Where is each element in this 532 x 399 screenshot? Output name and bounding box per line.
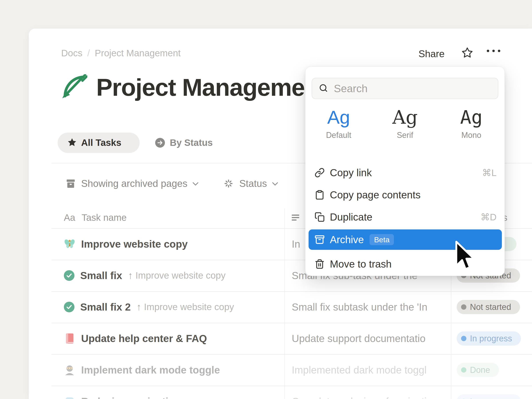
check-mark-emoji-icon xyxy=(64,270,75,281)
more-options-button[interactable] xyxy=(487,50,500,52)
search-input[interactable] xyxy=(333,82,491,95)
table-row[interactable]: Small fix 2 ↑Improve website copy Small … xyxy=(0,291,532,323)
menu-item-label: Copy page contents xyxy=(330,189,420,201)
share-button[interactable]: Share xyxy=(418,48,444,59)
menu-search[interactable] xyxy=(312,78,498,99)
red-book-emoji-icon xyxy=(64,333,75,344)
breadcrumb: Docs / Project Management xyxy=(61,48,181,58)
trash-icon xyxy=(314,259,325,269)
status-spinner-icon xyxy=(223,178,234,190)
task-description: Complete redesign of navigati xyxy=(292,386,447,399)
breadcrumb-current[interactable]: Project Management xyxy=(95,48,181,58)
menu-item-copy-page-contents[interactable]: Copy page contents xyxy=(305,184,505,206)
menu-item-label: Duplicate xyxy=(330,211,372,223)
status-badge[interactable]: In progress xyxy=(457,331,521,346)
table-row[interactable]: Update help center & FAQ Update support … xyxy=(0,323,532,354)
favorite-star-icon[interactable] xyxy=(462,47,473,59)
link-icon xyxy=(314,168,325,178)
font-label: Serif xyxy=(397,131,413,140)
breadcrumb-separator: / xyxy=(87,48,90,58)
page-title-row: Project Management xyxy=(61,73,327,101)
table-row[interactable]: Redesign navigation menu Complete redesi… xyxy=(0,386,532,399)
filter-bar: Showing archived pages Status xyxy=(66,177,278,190)
tab-label: All Tasks xyxy=(81,137,121,148)
font-option-default[interactable]: Ag Default xyxy=(305,108,372,140)
chevron-down-icon xyxy=(272,182,278,187)
task-description: Small fix subtask under the 'In xyxy=(292,291,447,323)
clipboard-icon xyxy=(314,190,325,200)
menu-item-copy-link[interactable]: Copy link ⌘L xyxy=(305,162,505,184)
task-name: Improve website copy xyxy=(81,238,188,250)
status-badge[interactable]: In progress xyxy=(457,394,521,399)
font-style-picker: Ag Default Ag Serif Ag Mono xyxy=(305,108,505,140)
tab-by-status[interactable]: By Status xyxy=(155,133,213,153)
task-name: Update help center & FAQ xyxy=(81,332,207,344)
blue-tile-emoji-icon xyxy=(64,396,75,399)
notion-app-window: Docs / Project Management Share Project … xyxy=(0,0,532,399)
archived-filter-label[interactable]: Showing archived pages xyxy=(81,178,187,189)
mouse-cursor xyxy=(454,241,476,273)
duplicate-icon xyxy=(314,212,325,222)
task-name: Small fix xyxy=(80,270,122,282)
bow-and-arrow-icon xyxy=(61,74,87,101)
archive-icon xyxy=(314,234,325,245)
chevron-down-icon xyxy=(193,182,198,187)
parent-task-reference[interactable]: ↑Improve website copy xyxy=(128,270,225,281)
status-badge[interactable]: Done xyxy=(457,363,499,377)
task-name: Small fix 2 xyxy=(80,301,131,313)
task-name: Implement dark mode toggle xyxy=(81,364,220,376)
parent-task-reference[interactable]: ↑Improve website copy xyxy=(137,301,234,313)
menu-item-label: Move to trash xyxy=(330,258,392,270)
ninja-emoji-icon xyxy=(64,364,75,376)
beta-badge: Beta xyxy=(369,234,394,245)
search-icon xyxy=(319,83,328,94)
font-option-serif[interactable]: Ag Serif xyxy=(372,108,438,140)
arrow-right-circle-icon xyxy=(155,138,165,148)
font-sample: Ag xyxy=(392,108,418,127)
archive-box-icon xyxy=(66,178,76,190)
star-icon xyxy=(67,138,77,148)
name-column-type-icon: Aa xyxy=(64,212,75,223)
page-title: Project Management xyxy=(96,73,327,101)
task-description: Update support documentatio xyxy=(292,323,447,354)
font-label: Default xyxy=(326,131,351,140)
tab-label: By Status xyxy=(170,137,213,148)
text-column-icon xyxy=(292,214,301,222)
column-header-task-name[interactable]: Task name xyxy=(82,212,127,223)
menu-item-label: Copy link xyxy=(330,167,372,179)
table-row[interactable]: Implement dark mode toggle Implemented d… xyxy=(0,354,532,386)
task-name: Redesign navigation menu xyxy=(81,395,211,399)
menu-item-label: Archive Beta xyxy=(330,234,394,246)
breadcrumb-docs[interactable]: Docs xyxy=(61,48,82,58)
menu-item-shortcut: ⌘L xyxy=(482,167,497,178)
status-badge[interactable]: Not started xyxy=(457,300,520,314)
font-option-mono[interactable]: Ag Mono xyxy=(438,108,505,140)
check-mark-emoji-icon xyxy=(64,302,75,312)
font-sample: Ag xyxy=(327,108,350,127)
font-sample: Ag xyxy=(460,108,482,127)
menu-item-duplicate[interactable]: Duplicate ⌘D xyxy=(305,206,505,228)
task-description: Implemented dark mode toggl xyxy=(292,354,447,386)
status-filter-label[interactable]: Status xyxy=(239,178,267,189)
menu-item-shortcut: ⌘D xyxy=(481,212,497,222)
tab-all-tasks[interactable]: All Tasks xyxy=(58,133,140,153)
font-label: Mono xyxy=(461,131,481,140)
fairy-emoji-icon xyxy=(64,238,75,250)
